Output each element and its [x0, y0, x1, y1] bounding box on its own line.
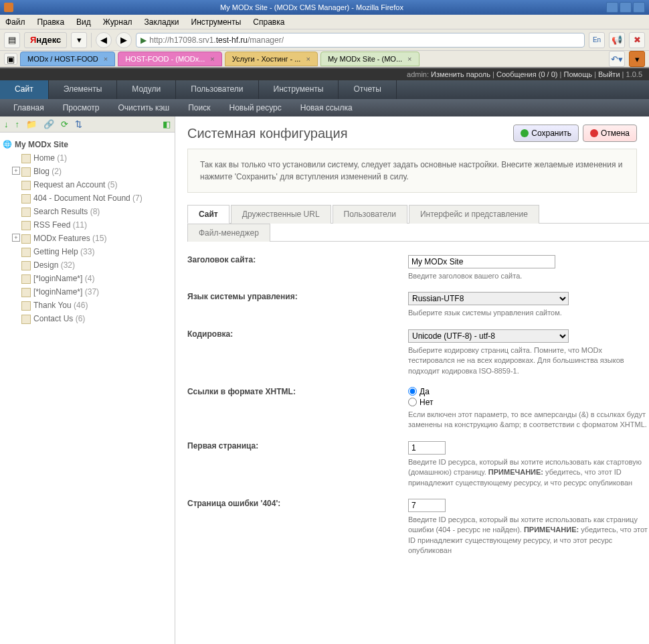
address-bar[interactable]: ▶ http://h17098.srv1.test-hf.ru/manager/ — [136, 33, 585, 48]
menu-edit[interactable]: Правка — [37, 17, 65, 27]
menu-bookmarks[interactable]: Закладки — [145, 17, 179, 27]
nav-elements[interactable]: Элементы — [49, 80, 118, 99]
label-start-page: Первая страница: — [187, 441, 408, 488]
browser-menubar: Файл Правка Вид Журнал Закладки Инструме… — [0, 15, 649, 29]
tree-item[interactable]: Home (1) — [12, 151, 172, 165]
minimize-button[interactable] — [606, 2, 618, 13]
tab-close-icon[interactable]: × — [306, 55, 310, 63]
subnav-home[interactable]: Главная — [13, 103, 44, 112]
tab-close-icon[interactable]: × — [407, 55, 411, 63]
lang-en-icon[interactable]: En — [589, 32, 605, 48]
window-title: My MODx Site - (MODx CMS Manager) - Mozi… — [17, 3, 606, 11]
browser-toolbar: ▤ Яндекс ▾ ◀ ▶ ▶ http://h17098.srv1.test… — [0, 29, 649, 51]
close-button[interactable] — [633, 2, 645, 13]
new-tab-icon[interactable]: ▣ — [4, 53, 17, 65]
link-help[interactable]: Помощь — [563, 70, 592, 78]
save-button[interactable]: Сохранить — [513, 125, 579, 142]
tree-item[interactable]: Design (32) — [12, 258, 172, 272]
nav-users[interactable]: Пользователи — [176, 80, 258, 99]
tab-friendly-url[interactable]: Дружественные URL — [231, 205, 331, 224]
tree-item[interactable]: Getting Help (33) — [12, 245, 172, 258]
tree-item[interactable]: Thank You (46) — [12, 299, 172, 312]
help-site-title: Введите заголовок вашего сайта. — [408, 271, 649, 281]
tree-item[interactable]: Contact Us (6) — [12, 312, 172, 325]
subnav-new-link[interactable]: Новая ссылка — [300, 103, 353, 112]
stop-icon[interactable]: ✖ — [629, 32, 645, 48]
input-error-page[interactable] — [408, 499, 446, 512]
cancel-button[interactable]: Отмена — [583, 125, 637, 142]
tree-item[interactable]: Search Results (8) — [12, 205, 172, 218]
menu-help[interactable]: Справка — [253, 17, 284, 27]
nav-site[interactable]: Сайт — [0, 80, 49, 99]
menu-file[interactable]: Файл — [5, 17, 25, 27]
tab-close-icon[interactable]: × — [104, 55, 108, 63]
refresh-icon[interactable]: ⟳ — [61, 119, 68, 129]
link-icon[interactable]: 🔗 — [43, 119, 54, 129]
new-folder-icon[interactable]: 📁 — [26, 119, 37, 129]
browser-tab-2[interactable]: HOST-FOOD - (MODx...× — [118, 52, 222, 66]
link-change-password[interactable]: Изменить пароль — [431, 70, 490, 78]
firefox-menu-icon[interactable]: ▾ — [629, 51, 645, 67]
collapse-icon[interactable]: ↑ — [15, 119, 20, 129]
tab-site[interactable]: Сайт — [187, 205, 229, 224]
subnav-new-resource[interactable]: Новый ресурс — [229, 103, 281, 112]
resource-tree: My MODx Site Home (1)Blog (2)Request an … — [0, 133, 175, 331]
speaker-icon[interactable]: 📢 — [609, 32, 625, 48]
label-site-title: Заголовок сайта: — [187, 255, 408, 281]
link-logout[interactable]: Выйти — [598, 70, 620, 78]
nav-reports[interactable]: Отчеты — [339, 80, 396, 99]
tree-item[interactable]: Request an Account (5) — [12, 178, 172, 191]
yandex-button[interactable]: Яндекс — [24, 32, 67, 48]
tab-file-manager[interactable]: Файл-менеджер — [187, 224, 270, 242]
tree-item[interactable]: 404 - Document Not Found (7) — [12, 191, 172, 205]
tree-item[interactable]: RSS Feed (11) — [12, 218, 172, 232]
select-encoding[interactable]: Unicode (UTF-8) - utf-8 — [408, 329, 569, 343]
tree-item[interactable]: [*loginName*] (37) — [12, 285, 172, 299]
back-button[interactable]: ◀ — [96, 32, 112, 48]
browser-tab-3[interactable]: Услуги - Хостинг - ...× — [225, 52, 318, 66]
tree-root[interactable]: My MODx Site — [3, 138, 172, 151]
help-xhtml: Если включен этот параметр, то все ампер… — [408, 410, 649, 430]
subnav-clear-cache[interactable]: Очистить кэш — [118, 103, 170, 112]
modx-app: admin: Изменить пароль | Сообщения (0 / … — [0, 68, 649, 644]
subnav-search[interactable]: Поиск — [188, 103, 210, 112]
nav-modules[interactable]: Модули — [117, 80, 176, 99]
forward-button[interactable]: ▶ — [116, 32, 132, 48]
tree-item[interactable]: MODx Features (15) — [12, 232, 172, 245]
firefox-icon — [4, 3, 13, 12]
info-message: Так как вы только что установили систему… — [187, 149, 637, 193]
menu-view[interactable]: Вид — [76, 17, 91, 27]
browser-tab-4[interactable]: My MODx Site - (MO...× — [320, 52, 420, 66]
config-tabs-row1: Сайт Дружественные URL Пользователи Инте… — [187, 205, 649, 224]
input-start-page[interactable] — [408, 441, 446, 455]
sidebar-toggle-icon[interactable]: ▤ — [4, 32, 20, 48]
tree-item[interactable]: Blog (2) — [12, 165, 172, 178]
radio-xhtml-yes[interactable] — [408, 387, 417, 396]
tree-item[interactable]: [*loginName*] (4) — [12, 272, 172, 285]
browser-tab-1[interactable]: MODx / HOST-FOOD× — [20, 52, 115, 66]
check-icon — [521, 129, 529, 137]
config-form: Заголовок сайта: Введите заголовок вашег… — [187, 242, 649, 569]
subnav-preview[interactable]: Просмотр — [63, 103, 100, 112]
main-content: Системная конфигурация Сохранить Отмена … — [175, 116, 649, 644]
hide-tree-icon[interactable]: ◧ — [163, 119, 171, 129]
tab-interface[interactable]: Интерфейс и представление — [409, 205, 539, 224]
tab-users[interactable]: Пользователи — [333, 205, 407, 224]
browser-tabs: ▣ MODx / HOST-FOOD× HOST-FOOD - (MODx...… — [0, 51, 649, 68]
link-messages[interactable]: Сообщения (0 / 0) — [496, 70, 558, 78]
radio-xhtml-no[interactable] — [408, 398, 417, 406]
page-title: Системная конфигурация — [187, 126, 509, 141]
select-language[interactable]: Russian-UTF8 — [408, 292, 569, 305]
undo-icon[interactable]: ↶▾ — [609, 51, 625, 67]
help-start-page: Введите ID ресурса, который вы хотите ис… — [408, 457, 649, 488]
menu-history[interactable]: Журнал — [103, 17, 132, 27]
menu-tools[interactable]: Инструменты — [191, 17, 242, 27]
nav-tools[interactable]: Инструменты — [259, 80, 339, 99]
signal-icon[interactable]: ▾ — [71, 32, 87, 48]
maximize-button[interactable] — [620, 2, 632, 13]
app-topbar: admin: Изменить пароль | Сообщения (0 / … — [0, 68, 649, 80]
input-site-title[interactable] — [408, 255, 555, 268]
sort-icon[interactable]: ⇅ — [75, 119, 82, 129]
tab-close-icon[interactable]: × — [210, 55, 214, 63]
expand-icon[interactable]: ↓ — [4, 119, 9, 129]
